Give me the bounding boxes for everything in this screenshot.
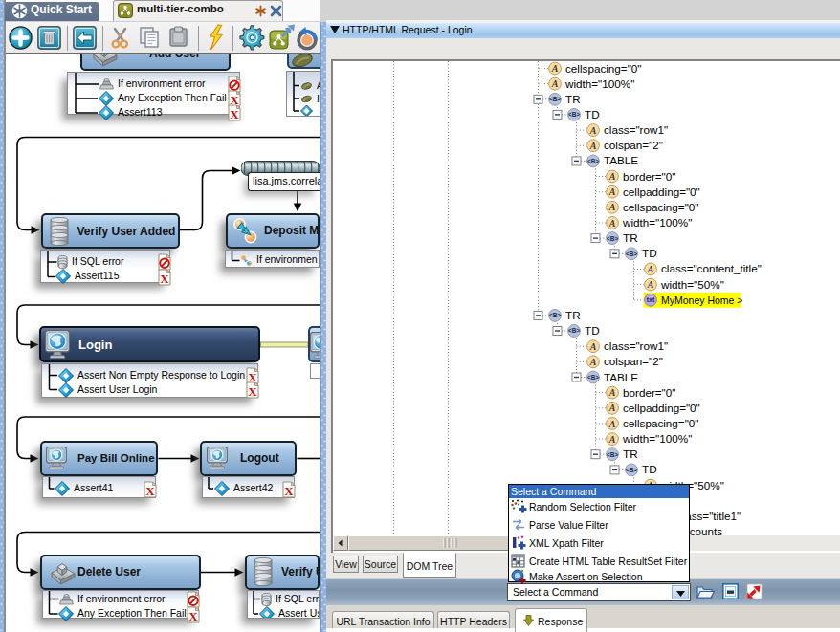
svg-text:width="100%": width="100%" (564, 77, 634, 90)
svg-text:A: A (589, 125, 597, 136)
svg-text:width="50%": width="50%" (660, 278, 724, 291)
svg-text:A: A (608, 202, 616, 212)
svg-text:colspan="2": colspan="2" (604, 139, 663, 151)
svg-text:<B>: <B> (607, 451, 618, 458)
svg-text:A: A (608, 419, 616, 429)
svg-text:class="content_title": class="content_title" (661, 262, 762, 274)
svg-text:<B>: <B> (587, 374, 599, 381)
svg-text:A: A (317, 79, 320, 91)
svg-text:TD: TD (585, 108, 600, 120)
svg-text:class="row1": class="row1" (604, 123, 668, 136)
svg-text:A: A (551, 78, 559, 89)
svg-text:A: A (647, 264, 654, 274)
svg-text:<B>: <B> (626, 467, 637, 473)
svg-text:border="0": border="0" (623, 386, 675, 399)
svg-text:<B>: <B> (607, 235, 618, 242)
svg-text:<B>: <B> (549, 312, 561, 318)
svg-text:<B>: <B> (587, 158, 599, 164)
svg-text:TABLE: TABLE (604, 371, 638, 383)
svg-text:TD: TD (585, 324, 600, 337)
svg-text:TD: TD (642, 463, 657, 475)
svg-text:X: X (248, 384, 257, 399)
svg-text:A: A (608, 434, 616, 445)
svg-text:class="row1": class="row1" (604, 339, 668, 352)
svg-text:TABLE: TABLE (604, 154, 638, 166)
svg-text:MyMoney Home >: MyMoney Home > (661, 294, 743, 306)
svg-text:cellpadding="0": cellpadding="0" (623, 402, 700, 414)
svg-text:TD: TD (642, 247, 657, 259)
svg-text:border="0": border="0" (623, 170, 675, 183)
svg-text:TR: TR (565, 309, 581, 321)
svg-text:<B>: <B> (549, 96, 561, 102)
svg-text:A: A (608, 218, 616, 229)
svg-text:<B>: <B> (626, 251, 637, 257)
svg-text:TR: TR (565, 93, 581, 105)
svg-text:A: A (551, 63, 559, 74)
svg-text:colspan="2": colspan="2" (604, 355, 663, 367)
svg-text:TR: TR (623, 447, 638, 460)
svg-text:A: A (608, 171, 616, 182)
svg-text:A: A (589, 357, 597, 367)
svg-text:TR: TR (623, 231, 638, 244)
svg-text:<B>: <B> (568, 327, 580, 334)
svg-text:<B>: <B> (568, 111, 580, 118)
svg-text:txt: txt (647, 296, 655, 303)
svg-text:A: A (608, 387, 616, 398)
svg-text:X: X (160, 272, 169, 286)
svg-text:cellspacing="0": cellspacing="0" (565, 62, 641, 75)
svg-text:X: X (145, 484, 155, 498)
svg-text:cellspacing="0": cellspacing="0" (623, 417, 698, 429)
svg-text:width="100%": width="100%" (622, 216, 692, 229)
svg-text:X: X (188, 609, 198, 623)
svg-text:A: A (608, 186, 616, 197)
svg-text:width="100%": width="100%" (622, 432, 692, 445)
svg-text:cellspacing="0": cellspacing="0" (623, 201, 698, 213)
svg-text:I: I (317, 92, 320, 103)
svg-text:X: X (284, 484, 294, 498)
svg-text:cellpadding="0": cellpadding="0" (623, 185, 700, 198)
svg-text:A: A (647, 279, 654, 290)
svg-text:A: A (589, 141, 597, 151)
svg-text:A: A (608, 403, 616, 413)
svg-text:A: A (589, 341, 597, 352)
svg-text:X: X (230, 107, 239, 121)
